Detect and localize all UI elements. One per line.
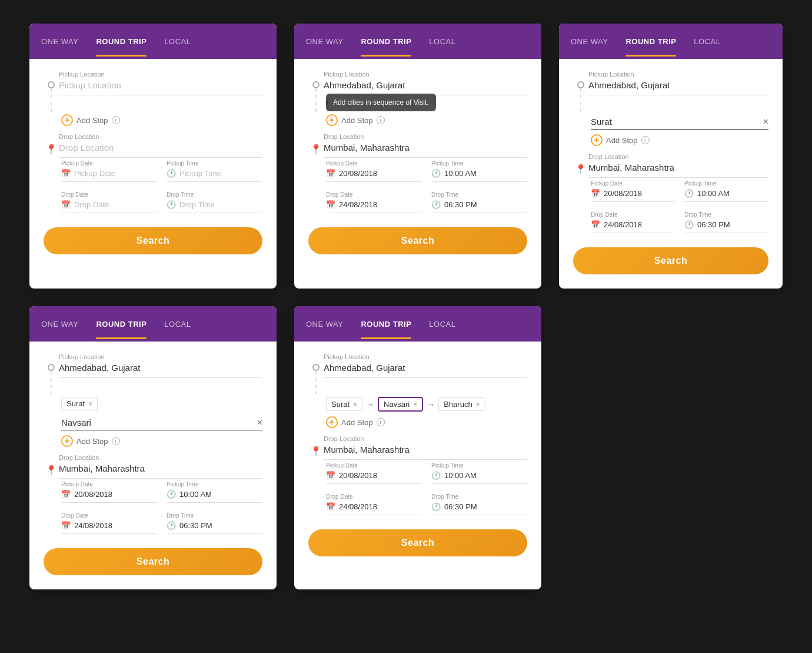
clock-icon-2: 🕐 [431, 169, 441, 178]
connector-drop-1: 📍 [44, 133, 59, 158]
pickup-time-value-4[interactable]: 🕐 10:00 AM [167, 489, 262, 503]
tab-round-trip-4[interactable]: ROUND TRIP [96, 309, 147, 339]
drop-date-label-1: Drop Date [61, 191, 157, 198]
tab-one-way-5[interactable]: ONE WAY [306, 309, 343, 339]
tab-one-way-1[interactable]: ONE WAY [41, 26, 78, 57]
remove-navsari-5[interactable]: × [413, 400, 417, 409]
pickup-value-5[interactable]: Ahmedabad, Gujarat [324, 362, 527, 378]
stop-input-wrap-3: × [591, 114, 768, 130]
pickup-date-label-1: Pickup Date [61, 160, 157, 167]
pickup-value-2[interactable]: Ahmedabad, Gujarat [324, 79, 527, 95]
stop-input-wrap-4: × [61, 415, 262, 430]
add-stop-btn-5[interactable]: + Add Stop i [326, 416, 527, 428]
info-icon-3: i [641, 136, 650, 144]
tab-local-5[interactable]: LOCAL [429, 309, 455, 339]
add-stop-btn-4[interactable]: + Add Stop i [61, 435, 262, 447]
add-stop-btn-3[interactable]: + Add Stop i [591, 134, 768, 146]
tab-one-way-4[interactable]: ONE WAY [41, 309, 78, 339]
clear-input-3[interactable]: × [763, 117, 768, 127]
tab-local-4[interactable]: LOCAL [164, 309, 191, 339]
remove-surat-4[interactable]: × [88, 400, 92, 408]
tab-one-way-3[interactable]: ONE WAY [571, 26, 608, 57]
pickup-time-value-2[interactable]: 🕐 10:00 AM [431, 168, 527, 182]
card-3: ONE WAY ROUND TRIP LOCAL Pickup Location… [559, 24, 783, 289]
pickup-date-label-4: Pickup Date [61, 481, 157, 488]
pin-icon-5: 📍 [310, 446, 322, 457]
pickup-section-4: Pickup Location Ahmedabad, Gujarat [44, 353, 262, 395]
drop-time-value-2[interactable]: 🕐 06:30 PM [431, 199, 527, 213]
stop-input-4[interactable] [61, 415, 262, 430]
pickup-date-field-1: Pickup Date 📅 Pickup Date [61, 160, 157, 182]
pickup-value-1[interactable]: Pickup Location [59, 79, 262, 95]
drop-date-value-5[interactable]: 📅 24/08/2018 [326, 501, 422, 515]
drop-content-4: Drop Location Mumbai, Maharashtra [59, 454, 262, 479]
tab-local-3[interactable]: LOCAL [694, 26, 720, 57]
drop-time-value-4[interactable]: 🕐 06:30 PM [167, 520, 262, 534]
tab-round-trip-3[interactable]: ROUND TRIP [625, 26, 676, 57]
drop-date-value-2[interactable]: 📅 24/08/2018 [326, 199, 422, 213]
pickup-value-3[interactable]: Ahmedabad, Gujarat [588, 79, 768, 95]
tab-round-trip-5[interactable]: ROUND TRIP [361, 309, 411, 339]
drop-date-value-1[interactable]: 📅 Drop Date [61, 199, 157, 213]
pickup-time-value-3[interactable]: 🕐 10:00 AM [684, 188, 768, 202]
remove-surat-5[interactable]: × [353, 400, 357, 409]
pickup-date-value-2[interactable]: 📅 20/08/2018 [326, 168, 422, 182]
pickup-time-field-1: Pickup Time 🕐 Pickup Time [167, 160, 262, 182]
remove-bharuch-5[interactable]: × [476, 400, 480, 409]
pickup-date-value-3[interactable]: 📅 20/08/2018 [591, 188, 675, 202]
drop-section-4: 📍 Drop Location Mumbai, Maharashtra [44, 454, 262, 479]
tab-one-way-2[interactable]: ONE WAY [306, 26, 343, 57]
dashed-line-5 [315, 371, 317, 395]
pickup-value-4[interactable]: Ahmedabad, Gujarat [59, 362, 262, 378]
add-stop-label-3: Add Stop [606, 136, 638, 145]
drop-time-value-3[interactable]: 🕐 06:30 PM [684, 219, 768, 233]
tab-local-2[interactable]: LOCAL [429, 26, 455, 57]
pickup-date-label-2: Pickup Date [326, 160, 422, 167]
stop-tag-label-navsari-5: Navsari [384, 400, 410, 409]
info-icon-1: i [112, 116, 120, 124]
clear-input-4[interactable]: × [257, 417, 262, 428]
add-stop-btn-2[interactable]: + Add Stop i Add cities in sequence of V… [326, 114, 527, 126]
datetime-row2-5: Drop Date 📅 24/08/2018 Drop Time 🕐 06:30… [326, 493, 527, 515]
search-btn-3[interactable]: Search [573, 247, 768, 274]
pickup-time-label-4: Pickup Time [167, 481, 262, 488]
search-btn-4[interactable]: Search [44, 548, 262, 575]
stop-input-3[interactable] [591, 114, 768, 130]
drop-value-5[interactable]: Mumbai, Maharashtra [324, 443, 527, 460]
pickup-date-value-4[interactable]: 📅 20/08/2018 [61, 489, 157, 503]
datetime-row1-1: Pickup Date 📅 Pickup Date Pickup Time 🕐 … [61, 160, 262, 182]
add-stop-btn-1[interactable]: + Add Stop i [61, 114, 262, 126]
pickup-time-value-5[interactable]: 🕐 10:00 AM [431, 470, 527, 484]
stop-tag-surat-5: Surat × [326, 397, 362, 411]
drop-time-value-1[interactable]: 🕐 Drop Time [167, 199, 262, 213]
drop-value-4[interactable]: Mumbai, Maharashtra [59, 462, 262, 479]
drop-time-label-3: Drop Time [684, 211, 768, 218]
tab-round-trip-2[interactable]: ROUND TRIP [361, 26, 411, 57]
drop-value-1[interactable]: Drop Location [59, 141, 262, 158]
drop-value-3[interactable]: Mumbai, Maharashtra [588, 161, 768, 178]
tab-round-trip-1[interactable]: ROUND TRIP [96, 26, 147, 57]
search-btn-5[interactable]: Search [308, 529, 527, 556]
drop-date-value-4[interactable]: 📅 24/08/2018 [61, 520, 157, 534]
drop-time-value-5[interactable]: 🕐 06:30 PM [431, 501, 527, 515]
connector-drop-5: 📍 [308, 435, 324, 460]
pickup-date-value-1[interactable]: 📅 Pickup Date [61, 168, 157, 182]
cal-icon-3: 📅 [591, 189, 600, 198]
card-5: ONE WAY ROUND TRIP LOCAL Pickup Location… [294, 306, 541, 589]
clock-icon-3: 🕐 [684, 189, 694, 198]
search-btn-1[interactable]: Search [44, 227, 262, 254]
dot-icon-2 [312, 81, 320, 88]
search-btn-2[interactable]: Search [308, 227, 527, 254]
pickup-date-field-2: Pickup Date 📅 20/08/2018 [326, 160, 422, 182]
drop-date-value-3[interactable]: 📅 24/08/2018 [591, 219, 675, 233]
clock-icon-drop-4: 🕐 [167, 521, 176, 530]
datetime-row2-1: Drop Date 📅 Drop Date Drop Time 🕐 Drop T… [61, 191, 262, 213]
pickup-date-value-5[interactable]: 📅 20/08/2018 [326, 470, 422, 484]
card-1: ONE WAY ROUND TRIP LOCAL Pickup Location… [29, 24, 277, 289]
clock-icon-4: 🕐 [167, 490, 176, 499]
tab-local-1[interactable]: LOCAL [164, 26, 191, 57]
datetime-row2-2: Drop Date 📅 24/08/2018 Drop Time 🕐 06:30… [326, 191, 527, 213]
drop-value-2[interactable]: Mumbai, Maharashtra [324, 141, 527, 158]
pickup-time-value-1[interactable]: 🕐 Pickup Time [167, 168, 262, 182]
tab-header-4: ONE WAY ROUND TRIP LOCAL [29, 306, 277, 342]
